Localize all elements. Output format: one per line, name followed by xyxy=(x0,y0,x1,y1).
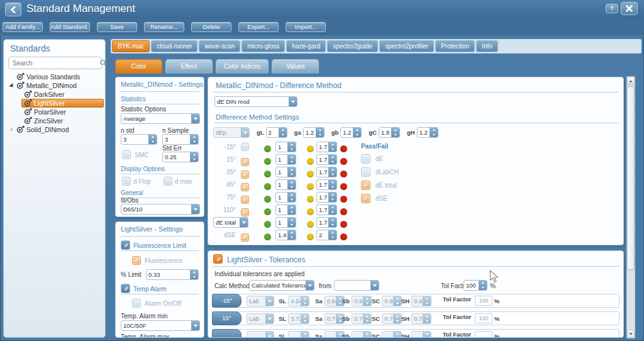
spinner[interactable] xyxy=(382,331,402,338)
spinner[interactable]: 0.7 xyxy=(352,313,372,324)
device-tab[interactable]: spectro2guide xyxy=(327,40,378,52)
spinner[interactable] xyxy=(325,331,345,338)
device-tab[interactable]: spectro2profiler xyxy=(379,40,434,52)
spinner[interactable] xyxy=(352,331,372,338)
spinner[interactable]: 3.73 xyxy=(288,313,309,324)
scroll-up-icon[interactable] xyxy=(627,77,635,85)
spinner[interactable]: 1.7 xyxy=(316,204,337,215)
spinner[interactable]: 1.7 xyxy=(316,179,337,190)
toolbar-button[interactable]: Import... xyxy=(286,22,326,32)
spinner[interactable]: 0.84 xyxy=(352,296,372,306)
spinner[interactable]: 1.7 xyxy=(316,142,337,152)
tree-item[interactable]: ZincSilver xyxy=(4,116,106,125)
d-flop-checkbox[interactable] xyxy=(122,177,131,186)
stepper-icon[interactable] xyxy=(190,135,198,144)
spinner[interactable]: 2 xyxy=(266,127,287,138)
stepper-icon[interactable] xyxy=(328,155,336,164)
difference-method-dropdown[interactable]: dE DIN mod xyxy=(214,96,297,107)
toolbar-button[interactable]: Export... xyxy=(238,22,279,32)
spinner[interactable]: 1 xyxy=(275,154,296,165)
stepper-icon[interactable] xyxy=(287,193,296,202)
stepper-icon[interactable] xyxy=(393,332,401,338)
spinner[interactable]: 4.54 xyxy=(288,296,309,306)
stepper-icon[interactable] xyxy=(287,218,296,227)
close-button[interactable] xyxy=(621,2,638,15)
angle-checkbox[interactable] xyxy=(241,143,249,151)
stepper-icon[interactable] xyxy=(393,296,401,306)
passfail-checkbox[interactable] xyxy=(361,181,370,190)
stepper-icon[interactable] xyxy=(479,281,487,290)
tol-factor-spinner[interactable]: 100 xyxy=(464,280,487,291)
angle-checkbox[interactable] xyxy=(241,170,249,179)
stepper-icon[interactable] xyxy=(287,155,296,164)
spinner[interactable]: 1.7 xyxy=(316,217,337,228)
spinner[interactable]: 1 xyxy=(275,167,296,177)
spinner[interactable]: 1 xyxy=(275,192,296,203)
stepper-icon[interactable] xyxy=(190,270,198,279)
tol-factor-value[interactable]: 100 xyxy=(475,296,492,306)
device-tab[interactable]: micro-gloss xyxy=(242,40,285,52)
stepper-icon[interactable] xyxy=(301,332,309,338)
stepper-icon[interactable] xyxy=(328,142,336,152)
colorspace-dropdown[interactable]: Lab xyxy=(247,296,274,306)
spinner[interactable] xyxy=(411,331,431,338)
edit-pencil-icon[interactable] xyxy=(213,254,223,264)
stepper-icon[interactable] xyxy=(328,180,336,189)
stepper-icon[interactable] xyxy=(287,142,296,152)
spinner[interactable]: 1.8 xyxy=(379,127,400,138)
tree-item[interactable]: Metallic_DINmod xyxy=(4,81,106,90)
tol-factor-value[interactable]: 100 xyxy=(475,313,492,323)
spinner[interactable]: 0.7 xyxy=(411,313,431,324)
n-sample-spinner[interactable]: 3 xyxy=(162,134,199,145)
from-dropdown[interactable] xyxy=(334,280,379,291)
stepper-icon[interactable] xyxy=(301,314,309,323)
angle-checkbox[interactable] xyxy=(241,196,249,204)
device-tab[interactable]: haze-gard xyxy=(286,40,326,52)
device-tab[interactable]: cloud-runner xyxy=(151,40,197,52)
colorspace-dropdown[interactable]: Lab xyxy=(247,313,274,324)
stepper-icon[interactable] xyxy=(328,193,336,202)
alarm-onoff-checkbox[interactable] xyxy=(132,299,141,308)
stepper-icon[interactable] xyxy=(430,128,438,137)
stepper-icon[interactable] xyxy=(287,230,296,240)
std-err-spinner[interactable]: 0.25 xyxy=(162,152,199,162)
spinner[interactable]: 1.2 xyxy=(417,127,438,138)
stepper-icon[interactable] xyxy=(363,296,371,306)
angle-checkbox[interactable] xyxy=(241,208,249,216)
stepper-icon[interactable] xyxy=(279,128,287,137)
stepper-icon[interactable] xyxy=(363,332,371,338)
stepper-icon[interactable] xyxy=(353,128,361,137)
stepper-icon[interactable] xyxy=(328,218,336,227)
stepper-icon[interactable] xyxy=(363,314,371,323)
fluorescence-checkbox[interactable] xyxy=(132,256,141,265)
spinner[interactable]: 1 xyxy=(275,179,296,190)
percent-limit-spinner[interactable]: 0.33 xyxy=(146,269,199,280)
toolbar-button[interactable]: Add Family... xyxy=(3,22,43,32)
device-tab[interactable]: wave-scan xyxy=(199,40,240,52)
tree-item[interactable]: PolarSilver xyxy=(4,108,106,116)
stepper-icon[interactable] xyxy=(287,167,296,177)
param-dropdown[interactable]: dEp xyxy=(213,127,250,138)
edit-pencil-icon[interactable] xyxy=(121,240,130,250)
device-tab[interactable]: Protection xyxy=(435,40,475,52)
stepper-icon[interactable] xyxy=(328,167,336,177)
spinner[interactable]: 1 xyxy=(275,142,296,152)
spinner[interactable]: 1 xyxy=(275,204,296,215)
back-button[interactable] xyxy=(5,3,21,16)
spinner[interactable]: 1.7 xyxy=(316,167,337,177)
edit-pencil-icon[interactable] xyxy=(121,284,130,293)
spinner[interactable]: 1 xyxy=(275,217,296,228)
toolbar-button[interactable]: Add Standard... xyxy=(50,22,90,32)
scrollbar-thumb[interactable] xyxy=(627,86,635,270)
spinner[interactable] xyxy=(288,331,309,338)
search-input[interactable] xyxy=(9,60,99,67)
spinner[interactable]: 0.7 xyxy=(325,313,345,324)
spinner[interactable]: 1.2 xyxy=(340,127,362,138)
n-std-spinner[interactable]: 3 xyxy=(121,134,157,145)
angle-checkbox[interactable] xyxy=(241,233,249,242)
spinner[interactable]: 0.84 xyxy=(382,296,402,306)
view-tab[interactable]: Color xyxy=(115,59,162,74)
tol-factor-value[interactable] xyxy=(475,331,492,338)
vertical-scrollbar[interactable] xyxy=(626,76,635,338)
device-tab[interactable]: Info xyxy=(476,40,498,52)
